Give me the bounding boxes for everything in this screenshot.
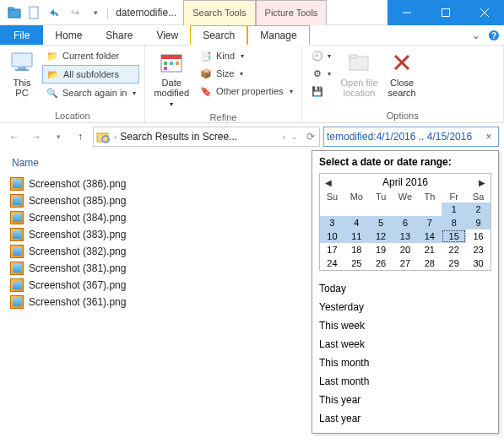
calendar-day[interactable]: 23	[466, 243, 490, 256]
back-button[interactable]: ←	[5, 127, 24, 146]
date-picker-flyout: Select a date or date range: ◀ April 201…	[312, 150, 499, 434]
calendar-day[interactable]: 24	[320, 256, 344, 270]
calendar-day	[320, 202, 344, 216]
calendar-day[interactable]: 29	[442, 256, 466, 270]
all-subfolders-button[interactable]: 📂All subfolders	[42, 65, 139, 84]
close-search-button[interactable]: Close search	[385, 47, 420, 100]
calendar-day[interactable]: 25	[344, 256, 369, 270]
recent-icon: 🕘	[311, 49, 324, 62]
date-preset[interactable]: Yesterday	[319, 300, 491, 315]
calendar-day[interactable]: 9	[466, 216, 490, 229]
tab-search-tools[interactable]: Search Tools	[183, 0, 255, 25]
calendar-month[interactable]: April 2016	[382, 176, 428, 188]
clear-search-icon[interactable]: ×	[482, 131, 496, 143]
date-preset[interactable]: Last week	[319, 337, 491, 352]
date-preset[interactable]: Last year	[319, 411, 491, 426]
calendar-day[interactable]: 3	[320, 216, 344, 229]
maximize-button[interactable]	[426, 0, 465, 25]
svg-rect-1	[8, 8, 14, 10]
date-modified-button[interactable]: Date modified▾	[150, 47, 192, 111]
history-dropdown[interactable]: ▾	[49, 127, 68, 146]
collapse-ribbon-icon[interactable]: ⌄	[469, 25, 484, 45]
calendar-day[interactable]: 2	[466, 202, 490, 216]
calendar-day[interactable]: 16	[466, 229, 490, 243]
pc-icon	[8, 49, 35, 76]
calendar-day[interactable]: 27	[393, 256, 418, 270]
file-name: Screenshot (384).png	[29, 212, 126, 224]
current-folder-button[interactable]: 📁Current folder	[42, 47, 139, 64]
next-month-icon[interactable]: ▶	[477, 178, 487, 187]
date-preset[interactable]: Today	[319, 281, 491, 296]
calendar-day[interactable]: 14	[417, 229, 442, 243]
breadcrumb[interactable]: Search Results in Scree...	[120, 131, 279, 143]
calendar-day[interactable]: 12	[369, 229, 393, 243]
this-pc-button[interactable]: This PC	[5, 47, 39, 100]
calendar-day[interactable]: 26	[369, 256, 393, 270]
calendar-day[interactable]: 18	[344, 243, 369, 256]
save-search-button[interactable]: 💾	[307, 83, 334, 100]
calendar-day[interactable]: 5	[369, 216, 393, 229]
calendar-day[interactable]: 21	[417, 243, 442, 256]
calendar-icon	[158, 49, 185, 76]
advanced-options-button[interactable]: ⚙▾	[307, 65, 334, 82]
qat-dropdown-icon[interactable]: ▾	[86, 3, 105, 22]
tab-manage[interactable]: Manage	[247, 25, 309, 46]
prev-month-icon[interactable]: ◀	[323, 178, 333, 187]
kind-button[interactable]: 📑Kind▾	[196, 47, 295, 64]
tab-picture-tools[interactable]: Picture Tools	[256, 0, 328, 25]
calendar-day[interactable]: 10	[320, 229, 344, 243]
calendar-day[interactable]: 30	[466, 256, 490, 270]
date-preset[interactable]: This week	[319, 318, 491, 333]
date-preset[interactable]: Last month	[319, 374, 491, 389]
tab-view[interactable]: View	[144, 25, 190, 45]
date-preset[interactable]: This month	[319, 355, 491, 370]
calendar-day[interactable]: 7	[417, 216, 442, 229]
calendar-day[interactable]: 1	[442, 202, 466, 216]
group-label: Refine	[150, 111, 295, 124]
calendar-day[interactable]: 15	[442, 229, 466, 243]
search-input[interactable]	[327, 131, 482, 143]
calendar-day	[344, 202, 369, 216]
dow-label: Tu	[369, 191, 393, 202]
calendar-day[interactable]: 17	[320, 243, 344, 256]
search-again-button[interactable]: 🔍Search again in▾	[42, 84, 139, 101]
size-button[interactable]: 📦Size▾	[196, 65, 295, 82]
calendar-day[interactable]: 20	[393, 243, 418, 256]
calendar-day	[417, 202, 442, 216]
refresh-icon[interactable]: ⟳	[304, 127, 317, 146]
close-icon	[388, 49, 415, 76]
help-icon[interactable]: ?	[484, 25, 504, 45]
tab-search[interactable]: Search	[190, 25, 247, 46]
undo-icon[interactable]	[46, 3, 64, 22]
folder-icon: 📁	[46, 49, 59, 62]
up-button[interactable]: ↑	[71, 127, 89, 146]
calendar-day[interactable]: 11	[344, 229, 369, 243]
minimize-button[interactable]	[387, 0, 426, 25]
svg-rect-16	[176, 62, 179, 65]
calendar-day[interactable]: 28	[417, 256, 442, 270]
date-preset[interactable]: This year	[319, 392, 491, 408]
address-dropdown-icon[interactable]: ⌄	[289, 127, 301, 146]
redo-icon[interactable]: ↪	[66, 3, 84, 22]
tab-file[interactable]: File	[0, 25, 43, 45]
calendar-day[interactable]: 22	[442, 243, 466, 256]
calendar-day[interactable]: 6	[393, 216, 418, 229]
size-icon: 📦	[199, 67, 213, 80]
close-button[interactable]	[465, 0, 504, 25]
other-properties-button[interactable]: 🔖Other properties▾	[196, 83, 295, 100]
search-box[interactable]: ×	[323, 127, 499, 147]
calendar-day[interactable]: 19	[369, 243, 393, 256]
tab-share[interactable]: Share	[94, 25, 144, 45]
calendar-day[interactable]: 8	[442, 216, 466, 229]
calendar-day[interactable]: 13	[393, 229, 418, 243]
tab-home[interactable]: Home	[43, 25, 94, 45]
svg-rect-2	[30, 7, 38, 19]
calendar-day[interactable]: 4	[344, 216, 369, 229]
image-file-icon	[10, 295, 24, 309]
address-bar[interactable]: › Search Results in Scree... › ⌄ ⟳	[93, 127, 320, 147]
recent-searches-button[interactable]: 🕘▾	[307, 47, 334, 64]
svg-rect-15	[170, 62, 173, 65]
ribbon-group-options: 🕘▾ ⚙▾ 💾 Open file location Close search …	[302, 46, 504, 122]
svg-rect-4	[442, 8, 450, 16]
file-name: Screenshot (382).png	[29, 246, 126, 257]
